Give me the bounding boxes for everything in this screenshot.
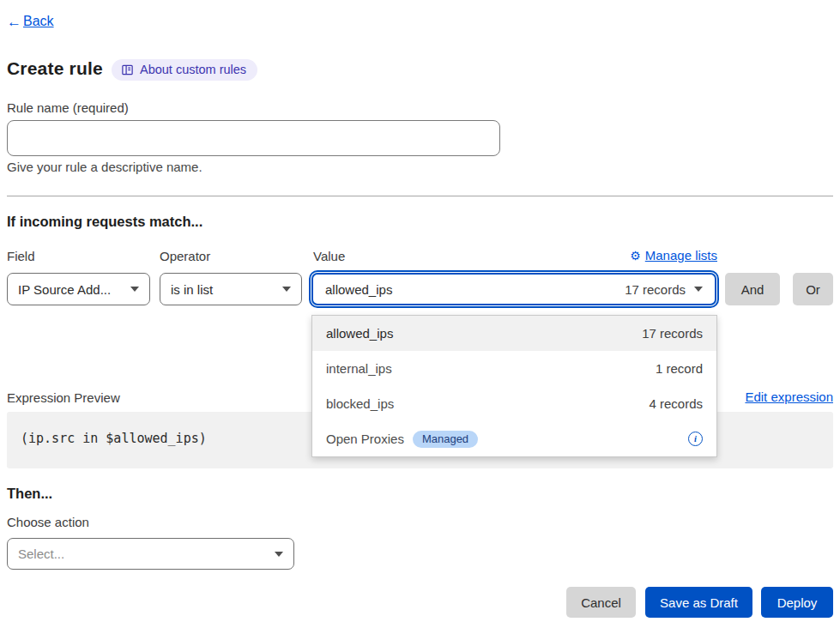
deploy-button[interactable]: Deploy bbox=[761, 587, 833, 618]
expression-code: (ip.src in $allowed_ips) bbox=[21, 431, 207, 446]
back-link[interactable]: ← Back bbox=[7, 14, 54, 29]
or-button[interactable]: Or bbox=[793, 273, 833, 305]
action-select[interactable]: Select... bbox=[7, 538, 294, 570]
gear-icon: ⚙ bbox=[630, 249, 641, 263]
list-option-meta: 4 records bbox=[649, 396, 703, 411]
back-link-label: Back bbox=[23, 14, 54, 29]
managed-badge: Managed bbox=[413, 431, 478, 448]
value-select-value: allowed_ips bbox=[325, 282, 392, 297]
choose-action-label: Choose action bbox=[7, 515, 89, 529]
list-option-meta: 1 record bbox=[656, 361, 703, 376]
save-as-draft-button[interactable]: Save as Draft bbox=[645, 587, 752, 618]
cancel-button[interactable]: Cancel bbox=[566, 587, 636, 618]
value-select-meta: 17 records bbox=[625, 282, 686, 297]
page-title: Create rule bbox=[7, 58, 103, 79]
then-section-heading: Then... bbox=[7, 486, 52, 502]
field-label: Field bbox=[7, 249, 35, 263]
back-arrow-icon: ← bbox=[7, 15, 21, 29]
book-icon bbox=[121, 63, 134, 76]
value-dropdown-menu: allowed_ips 17 records internal_ips 1 re… bbox=[311, 315, 717, 457]
operator-label: Operator bbox=[160, 249, 210, 263]
rule-name-input[interactable] bbox=[7, 120, 500, 156]
rule-name-label: Rule name (required) bbox=[7, 100, 129, 115]
list-option-meta: 17 records bbox=[642, 326, 703, 341]
list-option-name: blocked_ips bbox=[326, 396, 394, 411]
manage-lists-link[interactable]: ⚙ Manage lists bbox=[630, 248, 717, 263]
list-option-open-proxies[interactable]: Open Proxies Managed i bbox=[312, 421, 716, 456]
operator-select-value: is in list bbox=[171, 282, 213, 297]
section-divider bbox=[7, 196, 833, 196]
value-label: Value bbox=[313, 249, 345, 263]
value-select[interactable]: allowed_ips 17 records bbox=[311, 273, 716, 305]
list-option-allowed-ips[interactable]: allowed_ips 17 records bbox=[312, 316, 716, 351]
list-option-name: internal_ips bbox=[326, 361, 392, 376]
action-select-placeholder: Select... bbox=[18, 546, 64, 561]
edit-expression-link[interactable]: Edit expression bbox=[745, 389, 833, 404]
list-option-name: allowed_ips bbox=[326, 326, 393, 341]
operator-select[interactable]: is in list bbox=[160, 273, 302, 305]
field-select[interactable]: IP Source Add... bbox=[7, 273, 150, 305]
match-section-heading: If incoming requests match... bbox=[7, 214, 202, 230]
manage-lists-label: Manage lists bbox=[645, 248, 717, 263]
list-option-internal-ips[interactable]: internal_ips 1 record bbox=[312, 351, 716, 386]
about-custom-rules-link[interactable]: About custom rules bbox=[112, 59, 257, 81]
list-option-blocked-ips[interactable]: blocked_ips 4 records bbox=[312, 386, 716, 421]
about-custom-rules-label: About custom rules bbox=[140, 63, 246, 76]
chevron-down-icon bbox=[282, 287, 291, 292]
create-rule-page: ← Back Create rule About custom rules Ru… bbox=[0, 0, 840, 634]
field-select-value: IP Source Add... bbox=[18, 282, 111, 297]
chevron-down-icon bbox=[275, 552, 283, 557]
and-button[interactable]: And bbox=[725, 273, 780, 305]
list-option-name: Open Proxies bbox=[326, 432, 404, 446]
expression-preview-label: Expression Preview bbox=[7, 390, 120, 405]
chevron-down-icon bbox=[694, 287, 703, 292]
chevron-down-icon bbox=[130, 287, 139, 292]
rule-name-helper: Give your rule a descriptive name. bbox=[7, 160, 202, 174]
info-icon[interactable]: i bbox=[688, 432, 703, 446]
